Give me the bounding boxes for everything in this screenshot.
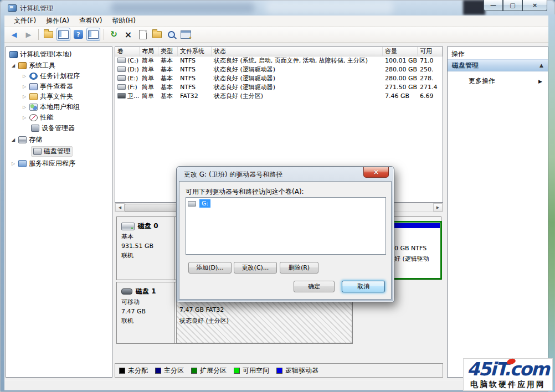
volume-row-f[interactable]: (F:) 简单 基本 NTFS 状态良好 (逻辑驱动器) 271.50 GB 2… bbox=[115, 83, 443, 92]
expander-icon[interactable]: ▷ bbox=[22, 115, 27, 120]
dialog-close-button[interactable]: × bbox=[363, 167, 389, 178]
tree-item-system-tools[interactable]: ◢系统工具 bbox=[11, 60, 55, 71]
titlebar[interactable]: 计算机管理 — ▢ × bbox=[0, 0, 555, 16]
event-log-icon bbox=[29, 83, 38, 90]
disk-0-logical-partition[interactable]: 0 GB NTFS 好 (逻辑驱动 bbox=[391, 221, 442, 280]
column-header-capacity[interactable]: 容量 bbox=[383, 47, 418, 56]
cancel-button[interactable]: 取消 bbox=[342, 281, 385, 292]
legend-color-swatch bbox=[155, 368, 161, 374]
expander-icon[interactable]: ▷ bbox=[22, 94, 27, 99]
expander-icon[interactable]: ▷ bbox=[22, 105, 27, 110]
actions-pane: 操作 磁盘管理 ▲ 更多操作 ▶ bbox=[447, 47, 548, 378]
dialog-body: 可用下列驱动器号和路径访问这个卷(A): G: 添加(D)... 更改(C)..… bbox=[179, 181, 392, 300]
ok-button[interactable]: 确定 bbox=[294, 281, 335, 292]
column-header-layout[interactable]: 布局 bbox=[140, 47, 158, 56]
column-header-type[interactable]: 类型 bbox=[158, 47, 178, 56]
legend-primary-partition: 主分区 bbox=[155, 366, 184, 375]
drive-icon bbox=[117, 84, 126, 90]
volume-row-g[interactable]: 卫... 简单 基本 FAT32 状态良好 (主分区) 7.46 GB 6.69 bbox=[115, 92, 443, 101]
help-button[interactable]: ? bbox=[72, 28, 85, 40]
toolbar-separator bbox=[104, 29, 104, 40]
column-header-free[interactable]: 可用 bbox=[418, 47, 443, 56]
help-icon: ? bbox=[74, 30, 83, 39]
computer-management-window: { "titlebar": {"title": "计算机管理", "minimi… bbox=[0, 0, 555, 392]
volume-row-d[interactable]: (D:) 简单 基本 NTFS 状态良好 (逻辑驱动器) 280.00 GB 2… bbox=[115, 65, 443, 74]
console-settings-button[interactable] bbox=[179, 28, 192, 40]
expander-icon[interactable]: ▷ bbox=[11, 161, 16, 166]
scroll-right-button[interactable]: ▶ bbox=[433, 203, 443, 212]
back-button[interactable]: ◀ bbox=[8, 28, 20, 40]
disk-0-label[interactable]: 磁盘 0 基本 931.51 GB 联机 bbox=[117, 217, 175, 280]
tree-item-task-scheduler[interactable]: ▷任务计划程序 bbox=[22, 71, 80, 81]
menu-action[interactable]: 操作(A) bbox=[41, 15, 74, 27]
services-icon bbox=[18, 160, 27, 167]
menu-file[interactable]: 文件(F) bbox=[9, 15, 41, 27]
delete-button[interactable]: × bbox=[122, 28, 135, 40]
dialog-instruction-label: 可用下列驱动器号和路径访问这个卷(A): bbox=[186, 187, 304, 197]
tree-item-local-users-groups[interactable]: ▷本地用户和组 bbox=[22, 102, 80, 112]
scroll-left-button[interactable]: ◀ bbox=[115, 203, 125, 212]
change-button[interactable]: 更改(C)... bbox=[234, 262, 277, 274]
expander-icon[interactable]: ▷ bbox=[22, 84, 27, 89]
window-title: 计算机管理 bbox=[20, 4, 53, 13]
column-header-volume[interactable]: 卷 bbox=[115, 47, 140, 56]
tree-item-services-applications[interactable]: ▷服务和应用程序 bbox=[11, 158, 75, 169]
legend-color-swatch bbox=[276, 368, 282, 374]
collapse-icon[interactable]: ▲ bbox=[539, 63, 543, 68]
volume-row-c[interactable]: (C:) 简单 基本 NTFS 状态良好 (系统, 启动, 页面文件, 活动, … bbox=[115, 56, 443, 65]
actions-section-disk-management[interactable]: 磁盘管理 ▲ bbox=[448, 59, 548, 71]
site-watermark: 45iT.com 电脑软硬件应用网 bbox=[463, 358, 553, 391]
volume-list-header: 卷 布局 类型 文件系统 状态 容量 可用 bbox=[115, 47, 443, 56]
drive-letter-listbox[interactable]: G: bbox=[186, 197, 386, 255]
app-icon bbox=[8, 4, 17, 12]
watermark-logo: 45iT.com bbox=[467, 360, 549, 379]
minimize-button[interactable]: — bbox=[484, 0, 503, 11]
legend-logical-drive: 逻辑驱动器 bbox=[276, 366, 318, 375]
disk-1-label[interactable]: 磁盘 1 可移动 7.47 GB 联机 bbox=[117, 282, 175, 343]
legend-color-swatch bbox=[119, 368, 125, 374]
computer-icon bbox=[9, 51, 18, 58]
tree-item-event-viewer[interactable]: ▷事件查看器 bbox=[22, 81, 73, 92]
export-list-button[interactable] bbox=[42, 28, 55, 40]
properties-button[interactable] bbox=[136, 28, 149, 40]
expander-icon[interactable]: ◢ bbox=[11, 137, 16, 142]
drive-letter-item[interactable]: G: bbox=[188, 199, 210, 208]
tree-item-performance[interactable]: ▷性能 bbox=[22, 112, 53, 123]
change-drive-letter-dialog: 更改 G: (卫玢) 的驱动器号和路径 × 可用下列驱动器号和路径访问这个卷(A… bbox=[176, 166, 394, 302]
submenu-arrow-icon: ▶ bbox=[538, 79, 542, 84]
tree-item-disk-management[interactable]: 磁盘管理 bbox=[31, 146, 73, 157]
maximize-button[interactable]: ▢ bbox=[503, 0, 522, 11]
expander-icon[interactable]: ◢ bbox=[11, 63, 16, 68]
remove-button[interactable]: 删除(R) bbox=[280, 262, 318, 274]
menu-help[interactable]: 帮助(H) bbox=[107, 15, 140, 27]
removable-disk-icon bbox=[121, 288, 132, 295]
view-button[interactable] bbox=[165, 28, 178, 40]
console-tree-toggle-button[interactable] bbox=[56, 28, 70, 41]
scrollbar-thumb[interactable] bbox=[125, 204, 178, 212]
tree-item-device-manager[interactable]: 设备管理器 bbox=[31, 123, 75, 133]
magnifier-icon bbox=[168, 31, 175, 38]
glass-reflection bbox=[463, 0, 485, 15]
volume-row-e[interactable]: (E:) 简单 基本 NTFS 状态良好 (逻辑驱动器) 280.00 GB 2… bbox=[115, 74, 443, 83]
close-button[interactable]: × bbox=[522, 0, 547, 11]
dialog-title: 更改 G: (卫玢) 的驱动器号和路径 bbox=[184, 170, 282, 179]
expander-icon[interactable]: ▷ bbox=[22, 74, 27, 79]
menu-view[interactable]: 查看(V) bbox=[74, 15, 107, 27]
open-button[interactable] bbox=[151, 28, 163, 40]
tree-item-shared-folders[interactable]: ▷共享文件夹 bbox=[22, 91, 73, 102]
column-header-status[interactable]: 状态 bbox=[212, 47, 383, 56]
legend-color-swatch bbox=[191, 368, 197, 374]
column-header-fs[interactable]: 文件系统 bbox=[178, 47, 212, 56]
forward-button[interactable]: ▶ bbox=[22, 28, 35, 40]
refresh-button[interactable]: ↻ bbox=[107, 28, 120, 40]
menubar: 文件(F) 操作(A) 查看(V) 帮助(H) bbox=[4, 16, 548, 27]
tree-item-computer-management[interactable]: 计算机管理(本地) bbox=[9, 49, 71, 60]
console-tree-pane: 计算机管理(本地) ◢系统工具 ▷任务计划程序 ▷事件查看器 ▷共享文件夹 ▷本… bbox=[6, 47, 112, 378]
tree-item-storage[interactable]: ◢存储 bbox=[11, 135, 42, 145]
legend-unallocated: 未分配 bbox=[119, 366, 148, 375]
actions-pane-title: 操作 bbox=[451, 49, 465, 59]
more-actions-item[interactable]: 更多操作 ▶ bbox=[448, 76, 548, 86]
hard-disk-icon bbox=[121, 223, 135, 230]
action-pane-toggle-button[interactable] bbox=[86, 28, 100, 41]
add-button[interactable]: 添加(D)... bbox=[188, 262, 232, 274]
